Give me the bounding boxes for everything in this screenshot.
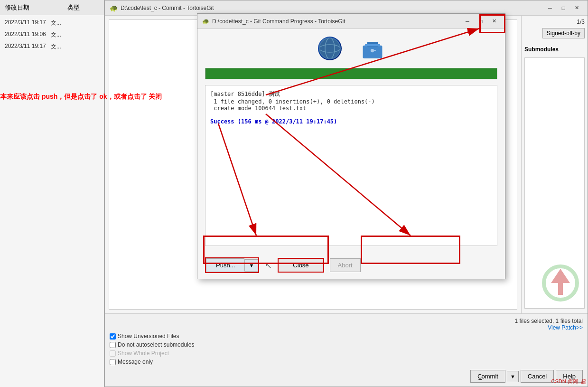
progress-bar-fill <box>205 68 497 79</box>
progress-button-row: Push... ▼ ↖ Close Abort <box>197 252 505 279</box>
file-type: 文... <box>51 31 61 39</box>
action-buttons: C̲ommit ▼ Cancel Help <box>110 367 583 383</box>
output-line-1: [master 8516dde] 测试 <box>210 90 492 98</box>
progress-dialog: 🐢 D:\code\test_c - Git Command Progress … <box>197 13 505 279</box>
file-type: 文... <box>51 19 61 27</box>
submodules-panel <box>524 57 585 309</box>
do-not-autoselect-row: Do not autoselect submodules <box>110 341 583 348</box>
maximize-button[interactable]: □ <box>557 3 569 13</box>
progress-titlebar: 🐢 D:\code\test_c - Git Command Progress … <box>197 14 505 29</box>
show-unversioned-checkbox-label[interactable]: Show Unversioned Files <box>110 333 179 340</box>
csdn-watermark: CSDN @阿_超 <box>551 378 586 385</box>
annotation-text: 本来应该点击 push，但是点击了 ok，或者点击了 关闭 <box>0 93 162 101</box>
globe-icon <box>318 37 342 60</box>
commit-bottom-bar: 1 files selected, 1 files total View Pat… <box>105 313 588 387</box>
left-panel: 修改日期 类型 2022/3/11 19:17 文... 2022/3/11 1… <box>0 0 104 387</box>
progress-controls: ─ □ ✕ <box>461 17 500 26</box>
push-button-group: Push... ▼ <box>205 257 259 273</box>
show-unversioned-label: Show Unversioned Files <box>118 333 179 340</box>
push-dropdown-button[interactable]: ▼ <box>244 259 258 272</box>
page-indicator: 1/3 <box>524 19 585 25</box>
cancel-button[interactable]: Cancel <box>521 370 554 383</box>
progress-dialog-title: D:\code\test_c - Git Command Progress - … <box>212 18 345 25</box>
progress-icons-row <box>197 29 505 68</box>
output-line-2: 1 file changed, 0 insertions(+), 0 delet… <box>210 98 492 105</box>
window-controls: ─ □ ✕ <box>544 3 583 13</box>
list-item[interactable]: 2022/3/11 19:17 文... <box>0 41 104 53</box>
signed-off-button[interactable]: Signed-off-by <box>542 28 585 38</box>
show-whole-project-label: Show Whole Project <box>118 350 169 357</box>
view-patch-link[interactable]: View Patch>> <box>515 324 583 331</box>
progress-tortoisegit-icon: 🐢 <box>202 18 209 25</box>
commit-window-title: D:\code\test_c - Commit - TortoiseGit <box>121 5 214 11</box>
close-dialog-button[interactable]: Close <box>278 258 324 273</box>
tortoisegit-logo-watermark <box>541 264 579 303</box>
show-unversioned-checkbox[interactable] <box>110 333 116 340</box>
submodules-label: Submodules <box>524 46 585 53</box>
svg-marker-1 <box>551 269 570 295</box>
list-item[interactable]: 2022/3/11 19:06 文... <box>0 29 104 41</box>
output-line-4 <box>210 112 492 118</box>
progress-maximize-button[interactable]: □ <box>475 17 487 26</box>
show-whole-project-checkbox[interactable] <box>110 350 116 357</box>
type-column-header: 类型 <box>67 3 80 12</box>
message-only-row: Message only <box>110 359 583 365</box>
files-selected-info: 1 files selected, 1 files total <box>515 318 583 324</box>
progress-output: [master 8516dde] 测试 1 file changed, 0 in… <box>205 85 497 246</box>
show-whole-project-row: Show Whole Project <box>110 350 583 357</box>
show-unversioned-row: Show Unversioned Files <box>110 333 583 340</box>
message-only-label: Message only <box>118 359 153 365</box>
file-date: 2022/3/11 19:06 <box>5 31 46 39</box>
progress-close-button[interactable]: ✕ <box>488 17 500 26</box>
commit-right-col: 1/3 Signed-off-by Submodules <box>521 16 588 313</box>
progress-minimize-button[interactable]: ─ <box>461 17 474 26</box>
do-not-autoselect-checkbox[interactable] <box>110 342 116 348</box>
do-not-autoselect-checkbox-label[interactable]: Do not autoselect submodules <box>110 341 194 348</box>
close-button[interactable]: ✕ <box>570 3 583 13</box>
file-type: 文... <box>51 43 61 51</box>
left-panel-header: 修改日期 类型 <box>0 0 104 15</box>
date-column-header: 修改日期 <box>5 3 29 12</box>
message-only-checkbox[interactable] <box>110 359 116 365</box>
show-whole-project-checkbox-label[interactable]: Show Whole Project <box>110 350 169 357</box>
file-date: 2022/3/11 19:17 <box>5 43 46 51</box>
abort-button[interactable]: Abort <box>330 258 361 272</box>
commit-button[interactable]: C̲ommit <box>470 370 505 383</box>
bag-icon <box>361 37 384 60</box>
tortoisegit-icon: 🐢 <box>110 4 118 12</box>
progress-bar-container <box>205 68 497 79</box>
commit-dropdown-button[interactable]: ▼ <box>507 371 519 382</box>
svg-rect-8 <box>365 44 380 46</box>
output-line-3: create mode 100644 test.txt <box>210 105 492 112</box>
minimize-button[interactable]: ─ <box>544 3 556 13</box>
cursor-indicator: ↖ <box>265 260 272 271</box>
push-button[interactable]: Push... <box>206 258 244 272</box>
list-item[interactable]: 2022/3/11 19:17 文... <box>0 17 104 29</box>
file-date: 2022/3/11 19:17 <box>5 19 46 27</box>
file-list: 2022/3/11 19:17 文... 2022/3/11 19:06 文..… <box>0 15 104 55</box>
output-success-line: Success (156 ms @ 2022/3/11 19:17:45) <box>210 118 492 125</box>
message-only-checkbox-label[interactable]: Message only <box>110 359 153 365</box>
do-not-autoselect-label: Do not autoselect submodules <box>118 341 194 348</box>
